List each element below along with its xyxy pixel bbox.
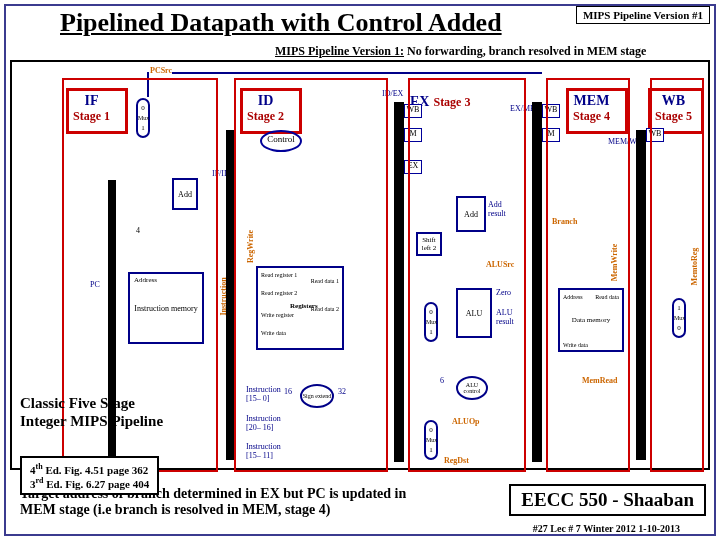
- footer-text: #27 Lec # 7 Winter 2012 1-10-2013: [533, 523, 680, 534]
- id-stage-box: [234, 78, 388, 472]
- idex-register: [394, 102, 404, 462]
- mem-stage-box: [546, 78, 630, 472]
- wb-stage-box: [650, 78, 704, 472]
- version-box: MIPS Pipeline Version #1: [576, 6, 710, 24]
- page-title: Pipelined Datapath with Control Added: [60, 8, 502, 38]
- classic-pipeline-text: Classic Five Stage Integer MIPS Pipeline: [20, 394, 170, 430]
- subtitle: MIPS Pipeline Version 1: No forwarding, …: [275, 44, 646, 59]
- instruction-label: Instruction: [219, 277, 228, 315]
- memwb-register: [636, 130, 646, 460]
- exmem-register: [532, 102, 542, 462]
- ex-stage-box: [408, 78, 526, 472]
- edition-references: 4th 4th Ed. Fig. 4.51 page 362Ed. Fig. 4…: [20, 456, 159, 495]
- pcsrc-label: PCSrc: [150, 66, 172, 75]
- course-box: EECC 550 - Shaaban: [509, 484, 706, 516]
